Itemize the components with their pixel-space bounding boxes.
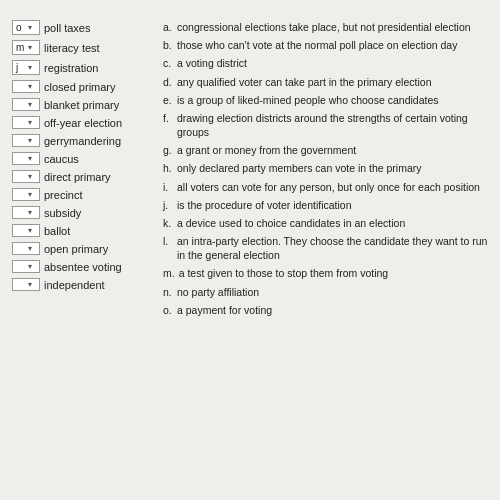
definition-row-13: m.a test given to those to stop them fro… [163,266,488,280]
definition-row-6: f.drawing election districts around the … [163,111,488,139]
def-text-4: any qualified voter can take part in the… [177,75,488,89]
term-label-precinct: precinct [44,189,83,201]
definition-row-5: e.is a group of liked-mined people who c… [163,93,488,107]
chevron-down-icon: ▾ [28,262,32,271]
definition-row-14: n.no party affiliation [163,285,488,299]
def-text-5: is a group of liked-mined people who cho… [177,93,488,107]
chevron-down-icon: ▾ [28,63,32,72]
dropdown-subsidy[interactable]: ▾ [12,206,40,219]
def-letter-4: d. [163,75,173,89]
def-text-15: a payment for voting [177,303,488,317]
term-row-subsidy: ▾subsidy [12,206,157,219]
term-row-ballot: ▾ballot [12,224,157,237]
definition-row-3: c.a voting district [163,56,488,70]
dropdown-value-poll-taxes: o [16,22,26,33]
term-row-closed-primary: ▾closed primary [12,80,157,93]
definition-row-8: h.only declared party members can vote i… [163,161,488,175]
definition-row-4: d.any qualified voter can take part in t… [163,75,488,89]
term-label-independent: independent [44,279,105,291]
dropdown-direct-primary[interactable]: ▾ [12,170,40,183]
dropdown-gerrymandering[interactable]: ▾ [12,134,40,147]
dropdown-open-primary[interactable]: ▾ [12,242,40,255]
chevron-down-icon: ▾ [28,23,32,32]
chevron-down-icon: ▾ [28,208,32,217]
term-row-poll-taxes: o▾poll taxes [12,20,157,35]
term-label-absentee-voting: absentee voting [44,261,122,273]
dropdown-off-year-election[interactable]: ▾ [12,116,40,129]
def-text-9: all voters can vote for any person, but … [177,180,488,194]
def-letter-3: c. [163,56,173,70]
definitions-column: a.congressional elections take place, bu… [163,20,488,317]
def-text-14: no party affiliation [177,285,488,299]
term-label-literacy-test: literacy test [44,42,100,54]
definition-row-9: i.all voters can vote for any person, bu… [163,180,488,194]
def-letter-9: i. [163,180,173,194]
term-label-open-primary: open primary [44,243,108,255]
dropdown-poll-taxes[interactable]: o▾ [12,20,40,35]
def-text-2: those who can't vote at the normal poll … [177,38,488,52]
def-text-10: is the procedure of voter identification [177,198,488,212]
dropdown-value-literacy-test: m [16,42,26,53]
term-row-off-year-election: ▾off-year election [12,116,157,129]
dropdown-absentee-voting[interactable]: ▾ [12,260,40,273]
dropdown-independent[interactable]: ▾ [12,278,40,291]
dropdown-precinct[interactable]: ▾ [12,188,40,201]
def-text-13: a test given to those to stop them from … [179,266,488,280]
dropdown-closed-primary[interactable]: ▾ [12,80,40,93]
def-text-6: drawing election districts around the st… [177,111,488,139]
term-label-caucus: caucus [44,153,79,165]
chevron-down-icon: ▾ [28,82,32,91]
chevron-down-icon: ▾ [28,244,32,253]
def-letter-7: g. [163,143,173,157]
term-row-independent: ▾independent [12,278,157,291]
term-label-subsidy: subsidy [44,207,81,219]
chevron-down-icon: ▾ [28,136,32,145]
term-label-off-year-election: off-year election [44,117,122,129]
def-text-8: only declared party members can vote in … [177,161,488,175]
dropdown-literacy-test[interactable]: m▾ [12,40,40,55]
term-row-registration: j▾registration [12,60,157,75]
term-row-precinct: ▾precinct [12,188,157,201]
definition-row-1: a.congressional elections take place, bu… [163,20,488,34]
dropdown-blanket-primary[interactable]: ▾ [12,98,40,111]
definition-row-10: j.is the procedure of voter identificati… [163,198,488,212]
def-letter-10: j. [163,198,173,212]
term-row-gerrymandering: ▾gerrymandering [12,134,157,147]
term-row-open-primary: ▾open primary [12,242,157,255]
dropdown-caucus[interactable]: ▾ [12,152,40,165]
chevron-down-icon: ▾ [28,190,32,199]
def-letter-6: f. [163,111,173,139]
dropdown-value-registration: j [16,62,26,73]
term-row-absentee-voting: ▾absentee voting [12,260,157,273]
def-text-3: a voting district [177,56,488,70]
main-layout: o▾poll taxesm▾literacy testj▾registratio… [12,20,488,317]
chevron-down-icon: ▾ [28,154,32,163]
def-text-11: a device used to choice candidates in an… [177,216,488,230]
chevron-down-icon: ▾ [28,118,32,127]
term-label-blanket-primary: blanket primary [44,99,119,111]
dropdown-registration[interactable]: j▾ [12,60,40,75]
chevron-down-icon: ▾ [28,100,32,109]
term-label-ballot: ballot [44,225,70,237]
chevron-down-icon: ▾ [28,172,32,181]
term-label-poll-taxes: poll taxes [44,22,90,34]
term-label-closed-primary: closed primary [44,81,116,93]
definition-row-12: l.an intra-party election. They choose t… [163,234,488,262]
term-label-direct-primary: direct primary [44,171,111,183]
term-row-blanket-primary: ▾blanket primary [12,98,157,111]
term-label-gerrymandering: gerrymandering [44,135,121,147]
term-row-caucus: ▾caucus [12,152,157,165]
term-row-literacy-test: m▾literacy test [12,40,157,55]
chevron-down-icon: ▾ [28,280,32,289]
def-letter-5: e. [163,93,173,107]
def-letter-12: l. [163,234,173,262]
def-letter-15: o. [163,303,173,317]
chevron-down-icon: ▾ [28,43,32,52]
definition-row-15: o.a payment for voting [163,303,488,317]
def-letter-11: k. [163,216,173,230]
def-letter-14: n. [163,285,173,299]
dropdown-ballot[interactable]: ▾ [12,224,40,237]
chevron-down-icon: ▾ [28,226,32,235]
def-letter-2: b. [163,38,173,52]
def-text-12: an intra-party election. They choose the… [177,234,488,262]
